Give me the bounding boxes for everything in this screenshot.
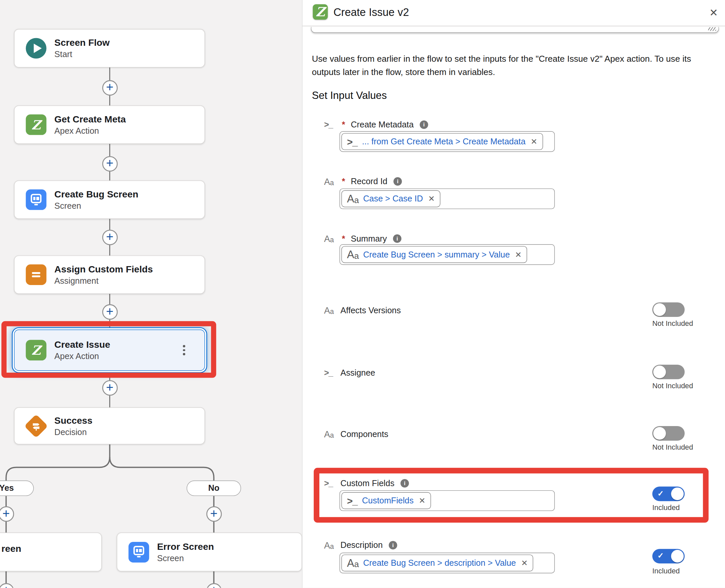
node-subtitle: Screen [157,552,214,564]
info-glyph: i [404,481,406,486]
required-asterisk: * [342,176,348,187]
screen-icon [26,189,46,210]
play-icon [34,43,41,53]
required-asterisk: * [342,234,348,244]
resize-grip-icon[interactable] [708,27,716,31]
plus-icon: + [2,507,9,520]
pill-text: Create Bug Screen > description > Value [363,558,516,568]
info-glyph: i [397,178,399,184]
flow-node-success-decision[interactable]: Success Decision [14,407,205,445]
field-label: Components [340,429,388,439]
affects-versions-toggle[interactable] [652,302,684,317]
flow-node-get-create-meta[interactable]: Get Create Meta Apex Action [14,106,205,144]
resource-pill[interactable]: Case > Case ID ✕ [341,190,440,207]
section-heading: Set Input Values [312,90,387,102]
remove-icon[interactable]: ✕ [419,496,425,506]
toggle-state-label: Not Included [652,443,693,451]
create-metadata-input[interactable]: ... from Get Create Meta > Create Metada… [339,131,555,152]
add-element-button[interactable]: + [0,506,14,522]
info-glyph: i [423,122,425,127]
resource-pill[interactable]: CustomFields ✕ [341,492,431,509]
remove-icon[interactable]: ✕ [515,250,521,259]
info-icon[interactable]: i [389,541,397,549]
node-subtitle: Apex Action [55,125,126,136]
info-icon[interactable]: i [393,177,402,186]
field-label: Record Id [351,176,387,187]
flow-canvas[interactable]: Screen Flow Start + Get Create Meta Apex… [0,0,302,588]
node-menu-kebab-icon[interactable] [183,345,187,355]
toggle-knob [653,303,666,316]
node-title: Error Screen [157,540,214,552]
node-subtitle: Start [55,49,109,60]
remove-icon[interactable]: ✕ [521,558,528,568]
field-label: Description [340,540,383,550]
info-icon[interactable]: i [393,234,401,243]
info-icon[interactable]: i [400,479,409,487]
apex-type-icon [324,479,338,487]
property-editor-panel: Create Issue v2 ✕ Use values from earlie… [302,0,725,588]
field-label-row-create-metadata: * Create Metadata i [324,119,428,130]
field-label-row-custom-fields: Custom Fields i [324,478,409,489]
text-type-icon [324,234,338,243]
flow-node-clipped-screen[interactable]: reen [0,532,102,571]
field-label: Assignee [340,368,375,378]
toggle-state-label: Not Included [652,319,693,328]
resource-pill[interactable]: Create Bug Screen > description > Value … [341,554,533,571]
description-toggle[interactable]: ✓ [652,549,684,564]
text-type-icon [347,193,359,204]
node-title-fragment: reen [1,542,21,554]
info-icon[interactable]: i [420,121,428,129]
assignment-icon [26,265,46,285]
node-subtitle: Apex Action [55,351,110,362]
text-type-icon [324,306,338,315]
toggle-state-label: Included [652,567,680,575]
node-title: Get Create Meta [55,113,126,125]
field-label-row-description: Description i [324,540,397,551]
summary-input[interactable]: Create Bug Screen > summary > Value ✕ [339,244,555,265]
plus-icon: + [2,584,9,588]
branch-label-text: Yes [0,483,14,493]
custom-fields-input[interactable]: CustomFields ✕ [339,490,555,511]
resource-pill[interactable]: Create Bug Screen > summary > Value ✕ [341,246,527,263]
plus-icon: + [106,305,113,318]
components-toggle[interactable] [652,426,684,441]
toggle-state-label: Not Included [652,382,693,390]
scrolled-textarea-bottom[interactable] [311,27,719,33]
add-element-button[interactable]: + [102,304,118,319]
description-input[interactable]: Create Bug Screen > description > Value … [339,553,555,573]
custom-fields-toggle[interactable]: ✓ [652,486,684,501]
pill-text: CustomFields [362,496,414,506]
add-element-button[interactable]: + [102,156,118,171]
field-label: Custom Fields [340,479,395,488]
flow-node-error-screen[interactable]: Error Screen Screen [117,532,302,571]
add-element-button[interactable]: + [102,229,118,245]
remove-icon[interactable]: ✕ [428,194,435,204]
flow-node-create-bug-screen[interactable]: Create Bug Screen Screen [14,181,205,219]
plus-icon: + [210,507,218,520]
branch-label-yes: Yes [0,481,34,496]
plus-icon: + [106,81,113,93]
flow-node-screen-flow[interactable]: Screen Flow Start [14,29,205,68]
flow-node-assign-custom-fields[interactable]: Assign Custom Fields Assignment [14,255,205,294]
close-icon[interactable]: ✕ [709,7,718,19]
record-id-input[interactable]: Case > Case ID ✕ [339,188,555,209]
field-label-row-assignee: Assignee [324,367,375,378]
add-element-button[interactable]: + [102,380,118,396]
add-element-button[interactable]: + [206,506,222,522]
node-title: Screen Flow [55,37,109,49]
panel-description-line1: Use values from earlier in the flow to s… [312,54,691,64]
plus-icon: + [210,584,218,588]
toggle-knob [653,427,666,440]
toggle-knob [671,487,684,500]
plus-icon: + [106,157,113,170]
add-element-button[interactable]: + [102,80,118,96]
flow-node-create-issue-selected[interactable]: Create Issue Apex Action [14,330,205,371]
field-label: Summary [351,234,387,244]
resource-pill[interactable]: ... from Get Create Meta > Create Metada… [341,133,543,150]
branch-label-no: No [187,481,241,496]
remove-icon[interactable]: ✕ [531,137,537,147]
assignee-toggle[interactable] [652,365,684,379]
node-title: Create Issue [55,338,110,351]
apex-action-icon [26,340,46,360]
toggle-knob [653,366,666,378]
